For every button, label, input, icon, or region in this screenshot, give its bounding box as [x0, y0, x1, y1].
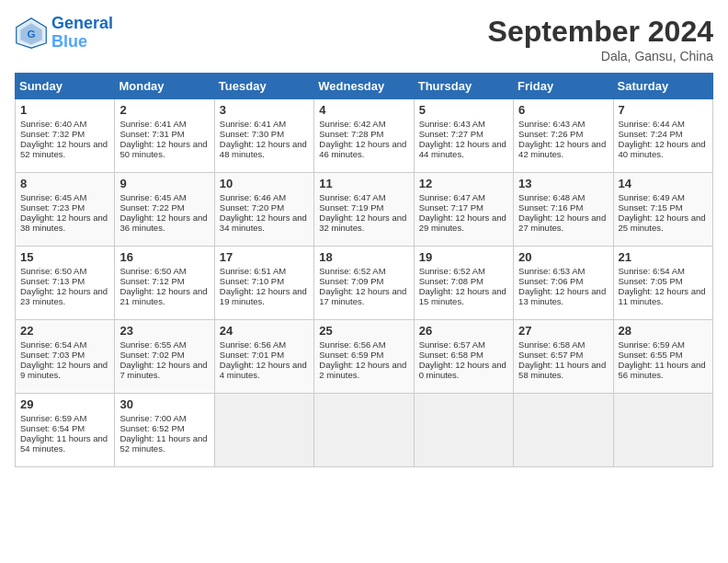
calendar-week-row: 8 Sunrise: 6:45 AM Sunset: 7:23 PM Dayli…	[16, 173, 713, 247]
logo-text: GeneralBlue	[51, 15, 113, 52]
calendar-week-row: 15 Sunrise: 6:50 AM Sunset: 7:13 PM Dayl…	[16, 247, 713, 320]
day-number: 8	[20, 177, 109, 190]
sunset-text: Sunset: 7:02 PM	[119, 350, 184, 360]
sunset-text: Sunset: 7:31 PM	[119, 129, 184, 139]
calendar-cell: 26 Sunrise: 6:57 AM Sunset: 6:58 PM Dayl…	[414, 320, 513, 394]
calendar-cell: 10 Sunrise: 6:46 AM Sunset: 7:20 PM Dayl…	[214, 173, 313, 247]
daylight-label: Daylight: 11 hours and 52 minutes.	[119, 433, 207, 454]
sunrise-text: Sunrise: 6:41 AM	[119, 119, 186, 129]
calendar-cell: 19 Sunrise: 6:52 AM Sunset: 7:08 PM Dayl…	[414, 247, 513, 320]
sunrise-text: Sunrise: 6:54 AM	[20, 339, 86, 350]
sunset-text: Sunset: 7:06 PM	[518, 276, 583, 286]
daylight-label: Daylight: 11 hours and 54 minutes.	[20, 433, 108, 454]
sunrise-text: Sunrise: 6:50 AM	[119, 266, 186, 276]
calendar-cell: 29 Sunrise: 6:59 AM Sunset: 6:54 PM Dayl…	[16, 394, 115, 467]
sunset-text: Sunset: 7:20 PM	[220, 202, 284, 213]
sunset-text: Sunset: 7:03 PM	[20, 350, 85, 360]
day-number: 15	[20, 250, 109, 264]
calendar-cell: 30 Sunrise: 7:00 AM Sunset: 6:52 PM Dayl…	[115, 394, 214, 467]
daylight-label: Daylight: 12 hours and 46 minutes.	[319, 139, 406, 159]
calendar-cell	[613, 394, 712, 467]
calendar-cell	[314, 394, 414, 467]
sunset-text: Sunset: 7:32 PM	[20, 129, 85, 139]
sunrise-text: Sunrise: 6:47 AM	[419, 192, 485, 202]
daylight-label: Daylight: 12 hours and 32 minutes.	[319, 213, 406, 233]
sunset-text: Sunset: 6:58 PM	[419, 350, 483, 360]
calendar-cell: 25 Sunrise: 6:56 AM Sunset: 6:59 PM Dayl…	[314, 320, 414, 394]
sunset-text: Sunset: 7:27 PM	[419, 129, 483, 139]
sunrise-text: Sunrise: 6:52 AM	[419, 266, 485, 276]
daylight-label: Daylight: 12 hours and 44 minutes.	[419, 139, 506, 159]
sunrise-text: Sunrise: 6:45 AM	[20, 192, 86, 202]
daylight-label: Daylight: 12 hours and 17 minutes.	[319, 286, 406, 306]
calendar-week-row: 22 Sunrise: 6:54 AM Sunset: 7:03 PM Dayl…	[16, 320, 713, 394]
calendar-cell: 23 Sunrise: 6:55 AM Sunset: 7:02 PM Dayl…	[115, 320, 214, 394]
sunset-text: Sunset: 7:17 PM	[419, 202, 483, 213]
calendar-cell: 3 Sunrise: 6:41 AM Sunset: 7:30 PM Dayli…	[214, 99, 313, 173]
sunrise-text: Sunrise: 6:46 AM	[220, 192, 286, 202]
location: Dala, Gansu, China	[488, 49, 713, 63]
sunrise-text: Sunrise: 6:49 AM	[619, 192, 685, 202]
day-number: 3	[220, 103, 309, 117]
sunset-text: Sunset: 6:52 PM	[119, 423, 184, 433]
day-number: 22	[20, 324, 109, 338]
sunset-text: Sunset: 7:22 PM	[119, 202, 184, 213]
page-header: G GeneralBlue September 2024 Dala, Gansu…	[15, 15, 713, 63]
day-number: 26	[419, 324, 508, 338]
calendar-header-row: SundayMondayTuesdayWednesdayThursdayFrid…	[16, 74, 713, 99]
calendar-cell: 20 Sunrise: 6:53 AM Sunset: 7:06 PM Dayl…	[514, 247, 613, 320]
day-number: 7	[619, 103, 708, 117]
calendar-cell: 2 Sunrise: 6:41 AM Sunset: 7:31 PM Dayli…	[115, 99, 214, 173]
sunset-text: Sunset: 7:09 PM	[319, 276, 383, 286]
sunrise-text: Sunrise: 6:43 AM	[419, 119, 485, 129]
sunset-text: Sunset: 7:15 PM	[619, 202, 683, 213]
day-number: 27	[518, 324, 608, 338]
day-number: 1	[20, 103, 109, 117]
calendar-cell: 18 Sunrise: 6:52 AM Sunset: 7:09 PM Dayl…	[314, 247, 414, 320]
day-number: 6	[518, 103, 608, 117]
daylight-label: Daylight: 12 hours and 2 minutes.	[319, 360, 406, 380]
sunset-text: Sunset: 7:05 PM	[619, 276, 683, 286]
day-number: 29	[20, 397, 109, 411]
sunset-text: Sunset: 7:23 PM	[20, 202, 85, 213]
calendar-body: 1 Sunrise: 6:40 AM Sunset: 7:32 PM Dayli…	[16, 99, 713, 467]
sunrise-text: Sunrise: 6:53 AM	[518, 266, 585, 276]
sunrise-text: Sunrise: 6:50 AM	[20, 266, 86, 276]
daylight-label: Daylight: 12 hours and 4 minutes.	[220, 360, 307, 380]
daylight-label: Daylight: 11 hours and 56 minutes.	[619, 360, 706, 380]
calendar-cell: 6 Sunrise: 6:43 AM Sunset: 7:26 PM Dayli…	[514, 99, 613, 173]
daylight-label: Daylight: 12 hours and 11 minutes.	[619, 286, 706, 306]
day-number: 19	[419, 250, 508, 264]
day-number: 28	[619, 324, 708, 338]
logo-icon: G	[15, 17, 48, 50]
sunrise-text: Sunrise: 6:44 AM	[619, 119, 685, 129]
sunrise-text: Sunrise: 6:45 AM	[119, 192, 186, 202]
day-number: 13	[518, 177, 608, 190]
daylight-label: Daylight: 11 hours and 58 minutes.	[518, 360, 606, 380]
daylight-label: Daylight: 12 hours and 7 minutes.	[119, 360, 207, 380]
day-number: 30	[119, 397, 209, 411]
daylight-label: Daylight: 12 hours and 23 minutes.	[20, 286, 108, 306]
calendar-table: SundayMondayTuesdayWednesdayThursdayFrid…	[15, 73, 713, 467]
calendar-cell: 1 Sunrise: 6:40 AM Sunset: 7:32 PM Dayli…	[16, 99, 115, 173]
sunrise-text: Sunrise: 6:59 AM	[619, 339, 685, 350]
daylight-label: Daylight: 12 hours and 15 minutes.	[419, 286, 506, 306]
calendar-day-header: Saturday	[613, 74, 712, 99]
sunset-text: Sunset: 7:24 PM	[619, 129, 683, 139]
day-number: 23	[119, 324, 209, 338]
day-number: 16	[119, 250, 209, 264]
calendar-cell: 24 Sunrise: 6:56 AM Sunset: 7:01 PM Dayl…	[214, 320, 313, 394]
day-number: 4	[319, 103, 408, 117]
daylight-label: Daylight: 12 hours and 9 minutes.	[20, 360, 108, 380]
day-number: 21	[619, 250, 708, 264]
calendar-day-header: Tuesday	[214, 74, 313, 99]
sunrise-text: Sunrise: 6:57 AM	[419, 339, 485, 350]
day-number: 5	[419, 103, 508, 117]
calendar-cell: 27 Sunrise: 6:58 AM Sunset: 6:57 PM Dayl…	[514, 320, 613, 394]
day-number: 10	[220, 177, 309, 190]
sunrise-text: Sunrise: 6:54 AM	[619, 266, 685, 276]
calendar-cell: 15 Sunrise: 6:50 AM Sunset: 7:13 PM Dayl…	[16, 247, 115, 320]
sunrise-text: Sunrise: 6:58 AM	[518, 339, 585, 350]
sunrise-text: Sunrise: 6:47 AM	[319, 192, 385, 202]
calendar-cell: 13 Sunrise: 6:48 AM Sunset: 7:16 PM Dayl…	[514, 173, 613, 247]
